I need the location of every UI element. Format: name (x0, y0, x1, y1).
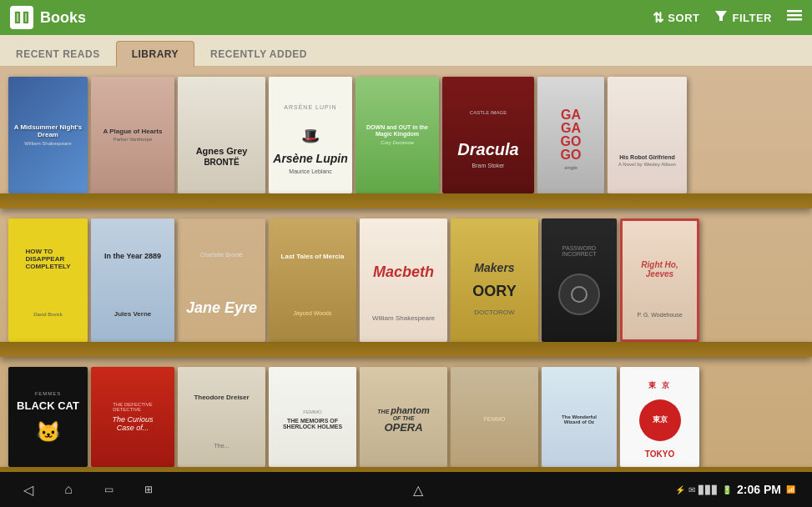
book-password-incorrect[interactable]: PasswordIncorrect (542, 218, 617, 342)
list-view-button[interactable] (787, 9, 802, 26)
home-button[interactable]: ⌂ (57, 478, 80, 501)
filter-button[interactable]: Filter (714, 9, 772, 26)
tab-bar: Recent Reads Library Recently Added (0, 35, 812, 67)
book-wizard-of-oz[interactable]: The WonderfulWizard of Oz (542, 367, 617, 467)
shelf-area: A Midsummer Night's Dream William Shakes… (0, 67, 812, 472)
up-triangle-icon: △ (413, 482, 423, 498)
usb-icon: ⚡ (675, 485, 685, 494)
book-magic-kingdom[interactable]: DOWN and OUT in the Magic Kingdom Cory D… (356, 77, 439, 193)
recents-button[interactable]: ▭ (97, 478, 120, 501)
app-icon (10, 6, 33, 29)
sort-label: Sort (668, 12, 699, 24)
sort-button[interactable]: ⇅ Sort (653, 10, 700, 26)
mail-icon: ✉ (688, 485, 695, 494)
book-disappear[interactable]: HOW TODISAPPEARCOMPLETELY David Bovick (8, 218, 88, 342)
filter-icon (714, 9, 728, 26)
svg-rect-9 (787, 18, 802, 21)
book-defective-detective[interactable]: THE DEFECTIVEDETECTIVE The CuriousCase o… (91, 367, 174, 467)
book-phantom-opera[interactable]: THE phantomOF THEOPERA (360, 367, 447, 467)
battery-icon: 🔋 (722, 485, 732, 494)
filter-label: Filter (732, 12, 772, 24)
book-year-2889[interactable]: In the Year 2889 Jules Verne (91, 218, 174, 342)
signal-bars: ▊▊▊ (699, 485, 719, 494)
top-bar: Books ⇅ Sort Filter (0, 0, 812, 35)
shelf-row-2: HOW TODISAPPEARCOMPLETELY David Bovick I… (0, 208, 812, 357)
svg-marker-6 (715, 11, 727, 21)
time-display: 2:06 PM (737, 483, 781, 496)
sort-icon: ⇅ (653, 10, 664, 26)
app-title: Books (40, 9, 86, 27)
books-container-1: A Midsummer Night's Dream William Shakes… (8, 77, 804, 208)
back-icon: ◁ (23, 482, 33, 498)
book-macbeth[interactable]: Macbeth William Shakespeare (360, 218, 447, 342)
book-robot-girlfriend[interactable]: His Robot Girlfriend A Novel by Wesley A… (608, 77, 687, 193)
tab-library[interactable]: Library (116, 41, 194, 67)
book-tokyo[interactable]: 東 京 東京 TOKYO (620, 367, 699, 467)
status-info: ⚡ ✉ ▊▊▊ 🔋 (675, 485, 732, 494)
book-unknown-1[interactable]: FEMMO (451, 367, 538, 467)
bottom-nav-center[interactable]: △ (413, 482, 423, 498)
book-ga-ga[interactable]: GAGAGOGO single (537, 77, 604, 193)
bottom-bar: ◁ ⌂ ▭ ⊞ △ ⚡ ✉ ▊▊▊ 🔋 2:06 PM 📶 (0, 472, 812, 507)
book-makers[interactable]: Makers OORY DOCTOROW (451, 218, 538, 342)
top-actions: ⇅ Sort Filter (653, 9, 802, 26)
book-theodore-dreiser[interactable]: Theodore Dreiser The... (178, 367, 265, 467)
back-button[interactable]: ◁ (17, 478, 40, 501)
books-container-3: FEMMES BLACK CAT 🐱 THE DEFECTIVEDETECTIV… (8, 367, 804, 472)
home-icon: ⌂ (64, 482, 73, 497)
book-agnes-grey[interactable]: Agnes Grey BRONTË (178, 77, 265, 193)
book-jane-eyre[interactable]: Charlotte Brontë Jane Eyre (178, 218, 265, 342)
tab-recently-added[interactable]: Recently Added (194, 41, 323, 67)
screenshot-button[interactable]: ⊞ (137, 478, 160, 501)
bottom-status-area: ⚡ ✉ ▊▊▊ 🔋 2:06 PM 📶 (675, 483, 795, 496)
book-plague-of-hearts[interactable]: A Plague of Hearts Parker Vanthorpe (91, 77, 174, 193)
wifi-icon: 📶 (786, 485, 795, 494)
book-last-tales[interactable]: Last Tales of Mercia Jayced Woods (269, 218, 356, 342)
book-sherlock-holmes[interactable]: FEMMO THE MEMOIRS OFSHERLOCK HOLMES (269, 367, 356, 467)
book-black-cat[interactable]: FEMMES BLACK CAT 🐱 (8, 367, 88, 467)
book-dracula[interactable]: CASTLE IMAGE Dracula Bram Stoker (442, 77, 534, 193)
screenshot-icon: ⊞ (144, 484, 153, 495)
bottom-nav-left: ◁ ⌂ ▭ ⊞ (17, 478, 160, 501)
shelf-row-3: FEMMES BLACK CAT 🐱 THE DEFECTIVEDETECTIV… (0, 357, 812, 472)
book-right-ho-jeeves[interactable]: Right Ho,Jeeves P. G. Wodehouse (620, 218, 699, 342)
recents-icon: ▭ (104, 484, 113, 495)
shelf-row-1: A Midsummer Night's Dream William Shakes… (0, 67, 812, 208)
book-midsummer[interactable]: A Midsummer Night's Dream William Shakes… (8, 77, 88, 193)
app-logo-area: Books (10, 6, 86, 29)
book-arsene-lupin[interactable]: ARSÈNE LUPIN 🎩 Arsène Lupin Maurice Lebl… (269, 77, 352, 193)
list-icon (787, 9, 802, 26)
svg-rect-7 (787, 10, 802, 13)
tab-recent-reads[interactable]: Recent Reads (0, 41, 116, 67)
svg-rect-8 (787, 14, 802, 17)
books-container-2: HOW TODISAPPEARCOMPLETELY David Bovick I… (8, 218, 804, 357)
